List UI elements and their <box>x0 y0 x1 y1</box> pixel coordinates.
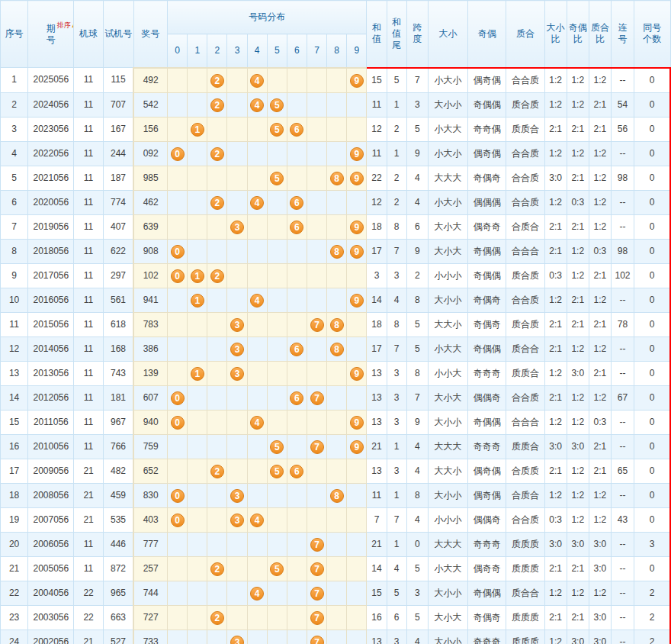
winning-number-cell: 542 <box>133 92 167 117</box>
big-small-cell: 小大大 <box>428 556 467 581</box>
sum-cell: 12 <box>367 117 387 141</box>
digit-cell-6 <box>287 141 307 166</box>
digit-cell-8 <box>327 92 347 117</box>
digit-cell-1 <box>188 141 207 166</box>
digit-cell-6 <box>287 166 307 190</box>
digit-cell-8 <box>327 214 347 239</box>
big-small-cell: 大小小 <box>428 630 467 644</box>
digit-cell-4 <box>247 141 267 166</box>
big-small-ratio-cell: 3:0 <box>544 434 567 459</box>
sum-cell: 14 <box>367 556 387 581</box>
span-cell: 4 <box>406 630 428 644</box>
digit-cell-1 <box>188 336 207 361</box>
digit-cell-4 <box>247 556 267 581</box>
period-cell: 2020056 <box>28 190 74 214</box>
sum-cell: 16 <box>367 605 387 630</box>
digit-cell-7 <box>307 263 326 288</box>
digit-cell-9: 9 <box>347 239 367 263</box>
seq-cell: 11 <box>1 312 28 336</box>
prime-composite-cell: 合质合 <box>506 214 544 239</box>
big-small-cell: 大小大 <box>428 239 467 263</box>
sum-tail-cell: 1 <box>387 141 406 166</box>
digit-header-0: 0 <box>168 34 188 68</box>
seq-cell: 12 <box>1 336 28 361</box>
odd-even-cell: 偶奇奇 <box>468 214 506 239</box>
prime-composite-ratio-cell: 2:1 <box>589 434 611 459</box>
col-header-machine: 机球 <box>74 1 103 68</box>
sum-tail-cell: 5 <box>387 581 406 605</box>
seq-cell: 2 <box>1 92 28 117</box>
big-small-cell: 大小小 <box>428 288 467 312</box>
number-ball-8: 8 <box>330 489 344 503</box>
number-ball-6: 6 <box>290 343 303 356</box>
sort-label[interactable]: 排序 <box>57 21 71 29</box>
test-number-cell: 115 <box>103 68 133 93</box>
sum-tail-cell: 1 <box>387 483 406 507</box>
big-small-cell: 大小小 <box>428 92 467 117</box>
sum-tail-cell: 3 <box>387 385 406 410</box>
prime-composite-cell: 质合质 <box>506 263 544 288</box>
digit-cell-6 <box>287 605 307 630</box>
consecutive-number-cell: -- <box>611 434 634 459</box>
digit-cell-7: 7 <box>307 605 326 630</box>
sum-tail-cell: 4 <box>387 556 406 581</box>
digit-cell-7: 7 <box>307 630 326 644</box>
odd-even-cell: 奇奇奇 <box>468 630 506 644</box>
same-count-cell: 0 <box>634 507 670 532</box>
table-row: 182008056214598300381118大小小偶奇偶合质合1:21:21… <box>1 483 671 507</box>
big-small-ratio-cell: 2:1 <box>544 239 567 263</box>
consecutive-number-cell: -- <box>611 630 634 644</box>
digit-cell-8: 8 <box>327 312 347 336</box>
digit-cell-5 <box>267 141 287 166</box>
big-small-cell: 小小大 <box>428 361 467 385</box>
odd-even-cell: 偶奇偶 <box>468 483 506 507</box>
digit-cell-6 <box>287 434 307 459</box>
odd-even-ratio-cell: 1:2 <box>567 507 589 532</box>
number-ball-9: 9 <box>350 440 364 454</box>
sum-label: 和 值 <box>372 22 381 45</box>
prime-composite-cell: 合合质 <box>506 141 544 166</box>
span-cell: 7 <box>406 68 428 93</box>
digit-cell-3 <box>227 239 247 263</box>
period-cell: 2002056 <box>28 630 74 644</box>
odd-even-cell: 奇奇奇 <box>468 361 506 385</box>
winning-number-cell: 652 <box>133 459 167 483</box>
sum-cell: 14 <box>367 288 387 312</box>
seq-cell: 16 <box>1 434 28 459</box>
seq-cell: 13 <box>1 361 28 385</box>
consecutive-number-cell: -- <box>611 68 634 93</box>
digit-cell-4: 4 <box>247 92 267 117</box>
digit-cell-9 <box>347 385 367 410</box>
sum-tail-cell: 1 <box>387 92 406 117</box>
span-cell: 4 <box>406 166 428 190</box>
big-small-ratio-cell: 1:2 <box>544 92 567 117</box>
number-ball-1: 1 <box>191 294 204 308</box>
span-cell: 5 <box>406 556 428 581</box>
digit-cell-0 <box>168 68 188 93</box>
digit-header-5: 5 <box>267 34 287 68</box>
sum-cell: 12 <box>367 190 387 214</box>
digit-cell-4 <box>247 336 267 361</box>
seq-cell: 17 <box>1 459 28 483</box>
number-ball-0: 0 <box>171 245 185 259</box>
sum-tail-cell: 3 <box>387 459 406 483</box>
digit-cell-3 <box>227 459 247 483</box>
number-ball-2: 2 <box>210 98 224 112</box>
digit-cell-8: 8 <box>327 239 347 263</box>
consecutive-number-cell: -- <box>611 556 634 581</box>
digit-cell-8 <box>327 630 347 644</box>
test-number-cell: 244 <box>103 141 133 166</box>
odd-even-cell: 奇偶偶 <box>468 581 506 605</box>
odd-even-cell: 奇偶偶 <box>468 410 506 434</box>
digit-cell-5 <box>267 605 287 630</box>
span-cell: 5 <box>406 117 428 141</box>
digit-cell-9: 9 <box>347 410 367 434</box>
odd-even-ratio-cell: 2:1 <box>567 117 589 141</box>
span-label: 跨 度 <box>413 22 422 45</box>
same-count-label: 同号 个数 <box>643 22 661 45</box>
digit-cell-8 <box>327 605 347 630</box>
span-cell: 3 <box>406 581 428 605</box>
digit-cell-8 <box>327 68 347 93</box>
sort-control[interactable]: 排序▲ <box>57 21 74 30</box>
digit-cell-2 <box>207 214 227 239</box>
